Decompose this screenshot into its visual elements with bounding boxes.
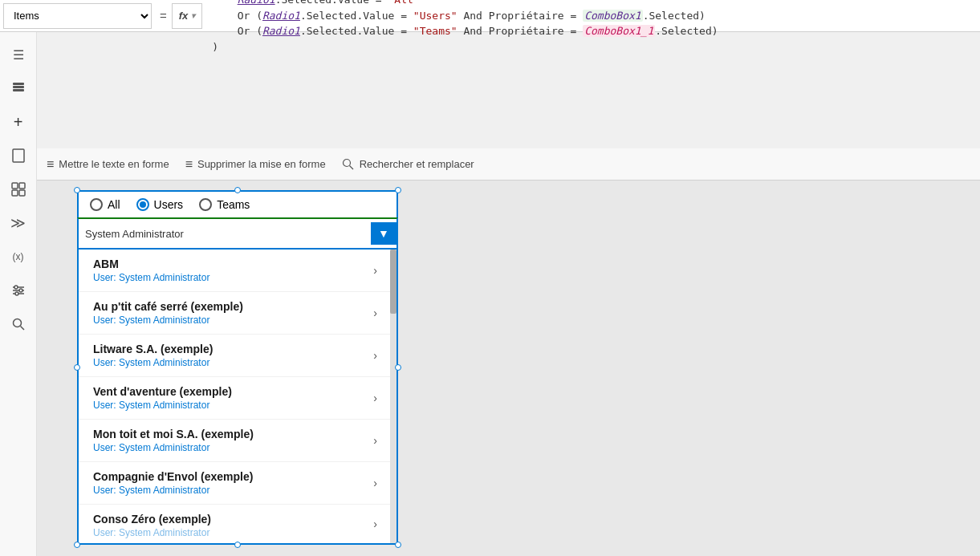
- main-area: ≡ Mettre le texte en forme ≡ Supprimer l…: [37, 32, 980, 556]
- list-item-vent[interactable]: Vent d'aventure (exemple) User: System A…: [79, 377, 390, 420]
- code-or1: Or (: [238, 10, 262, 22]
- radio-users-label: Users: [154, 198, 184, 211]
- fx-chevron-icon: ▾: [191, 11, 195, 20]
- list-item-abm[interactable]: ABM User: System Administrator ›: [79, 250, 390, 292]
- list-item-litware-name: Litware S.A. (exemple): [93, 343, 358, 355]
- handle-top-right[interactable]: [395, 187, 401, 193]
- list-item-conso-arrow: ›: [373, 517, 377, 530]
- sidebar: ☰ + ≫ (x): [0, 32, 37, 556]
- code-radio1-2: Radio1: [262, 10, 300, 22]
- list-item-compagnie-name: Compagnie d'Envol (exemple): [93, 470, 358, 483]
- stream-icon[interactable]: ≫: [4, 209, 33, 237]
- list-item-compagnie-arrow: ›: [373, 477, 377, 489]
- handle-mid-left[interactable]: [74, 364, 80, 371]
- list-item-cafe-name: Au p'tit café serré (exemple): [93, 300, 358, 313]
- svg-point-14: [13, 319, 21, 327]
- list-item-vent-sub: User: System Administrator: [93, 400, 358, 411]
- canvas-area: All Users Teams ▼ AB: [37, 181, 980, 556]
- svg-point-13: [15, 292, 18, 295]
- scrollbar[interactable]: [390, 250, 396, 543]
- fx-button[interactable]: fx ▾: [172, 3, 203, 29]
- remove-format-icon: ≡: [185, 157, 193, 172]
- layers-icon[interactable]: [4, 74, 33, 103]
- find-replace-button[interactable]: Rechercher et remplacer: [342, 158, 474, 171]
- svg-rect-7: [19, 190, 25, 196]
- code-radio1-1: Radio1: [238, 0, 275, 6]
- list-item-montoit-arrow: ›: [373, 434, 377, 447]
- list-item-compagnie[interactable]: Compagnie d'Envol (exemple) User: System…: [79, 462, 390, 505]
- list-item-abm-name: ABM: [93, 258, 358, 270]
- list-item-cafe-sub: User: System Administrator: [93, 315, 358, 326]
- code-combobox1-1: ComboBox1_1: [583, 25, 655, 37]
- code-or2: Or (: [238, 25, 262, 37]
- svg-line-15: [20, 327, 24, 331]
- svg-point-12: [19, 289, 22, 292]
- svg-rect-4: [12, 183, 18, 189]
- list-item-abm-sub: User: System Administrator: [93, 272, 358, 283]
- items-select[interactable]: Items: [3, 3, 152, 29]
- radio-users-circle: [136, 198, 149, 211]
- code-close-bracket: ): [212, 41, 218, 53]
- svg-point-16: [343, 159, 350, 166]
- radio-group: All Users Teams: [77, 190, 398, 217]
- radio-teams-circle: [199, 198, 212, 211]
- radio-teams[interactable]: Teams: [199, 198, 250, 211]
- formula-bar: Items = fx ▾ Filter( Comptes; Radio1.Sel…: [0, 0, 980, 32]
- code-and2: And Propriétaire =: [457, 25, 584, 37]
- code-users-string: "Users": [413, 10, 457, 22]
- list-item-montoit-name: Mon toit et moi S.A. (exemple): [93, 428, 358, 440]
- list-item-conso-sub: User: System Administrator: [93, 527, 358, 538]
- handle-top-left[interactable]: [74, 187, 80, 193]
- format-text-icon: ≡: [47, 157, 54, 172]
- list-item-cafe-arrow: ›: [373, 306, 377, 319]
- svg-point-11: [14, 286, 18, 289]
- svg-rect-2: [13, 83, 24, 85]
- list-item-cafe[interactable]: Au p'tit café serré (exemple) User: Syst…: [79, 292, 390, 335]
- list-item-litware-sub: User: System Administrator: [93, 357, 358, 368]
- handle-bottom-right[interactable]: [395, 542, 401, 548]
- handle-top-center[interactable]: [234, 187, 241, 193]
- handle-bottom-left[interactable]: [74, 542, 80, 548]
- svg-line-17: [349, 165, 353, 169]
- radio-all[interactable]: All: [90, 198, 120, 211]
- list-item-conso[interactable]: Conso Zéro (exemple) User: System Admini…: [79, 505, 390, 543]
- code-dot1: .Selected.Value =: [275, 0, 388, 6]
- svg-rect-1: [13, 89, 24, 91]
- menu-icon[interactable]: ☰: [4, 40, 33, 69]
- radio-all-label: All: [108, 198, 120, 211]
- format-text-button[interactable]: ≡ Mettre le texte en forme: [47, 157, 169, 172]
- components-icon[interactable]: [4, 175, 33, 204]
- code-teams-string: "Teams": [413, 25, 457, 37]
- list-item-vent-arrow: ›: [373, 392, 377, 404]
- code-dot2: .Selected.Value =: [300, 10, 413, 22]
- svg-rect-3: [13, 149, 24, 162]
- format-text-label: Mettre le texte en forme: [59, 158, 169, 170]
- dropdown-list: ABM User: System Administrator › Au p'ti…: [77, 250, 398, 545]
- combobox-dropdown-button[interactable]: ▼: [371, 222, 396, 245]
- list-item-litware-arrow: ›: [373, 349, 377, 362]
- code-dot3: .Selected.Value =: [300, 25, 413, 37]
- handle-mid-right[interactable]: [395, 364, 401, 371]
- list-item-abm-arrow: ›: [373, 264, 377, 277]
- variable-icon[interactable]: (x): [4, 242, 33, 271]
- scroll-thumb[interactable]: [390, 250, 396, 314]
- svg-rect-0: [13, 86, 24, 88]
- handle-bottom-center[interactable]: [234, 542, 241, 548]
- equals-sign: =: [155, 9, 172, 22]
- combobox-input[interactable]: [85, 228, 371, 240]
- remove-format-button[interactable]: ≡ Supprimer la mise en forme: [185, 157, 326, 172]
- code-selected1: .Selected): [643, 10, 706, 22]
- list-item-montoit[interactable]: Mon toit et moi S.A. (exemple) User: Sys…: [79, 420, 390, 462]
- search-icon[interactable]: [4, 310, 33, 339]
- format-toolbar: ≡ Mettre le texte en forme ≡ Supprimer l…: [37, 148, 980, 181]
- radio-users[interactable]: Users: [136, 198, 184, 211]
- code-selected2: .Selected): [655, 25, 718, 37]
- combobox-row: ▼: [77, 217, 398, 250]
- formula-content[interactable]: Filter( Comptes; Radio1.Selected.Value =…: [205, 0, 980, 58]
- code-radio1-3: Radio1: [262, 25, 300, 37]
- list-item-litware[interactable]: Litware S.A. (exemple) User: System Admi…: [79, 335, 390, 377]
- page-icon[interactable]: [4, 141, 33, 170]
- plus-icon[interactable]: +: [4, 108, 33, 136]
- code-all-string: "All": [388, 0, 420, 6]
- settings-icon[interactable]: [4, 276, 33, 305]
